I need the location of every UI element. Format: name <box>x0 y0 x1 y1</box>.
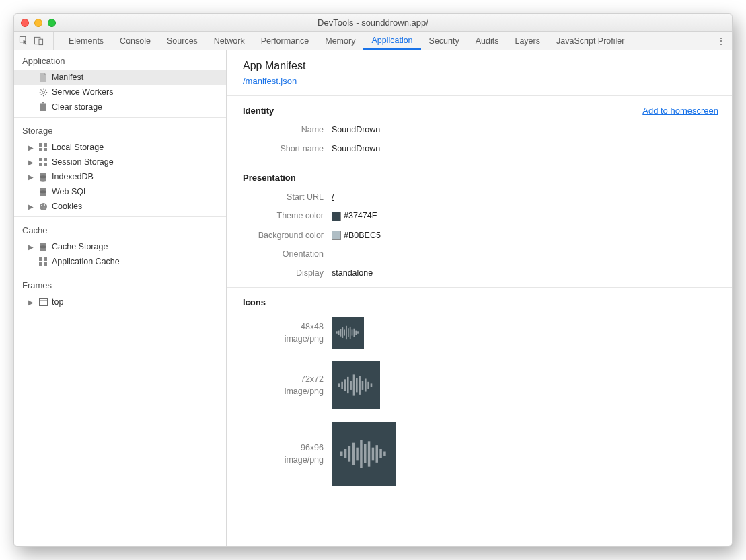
sidebar-item-label: Session Storage <box>52 157 114 167</box>
tab-network[interactable]: Network <box>206 32 253 50</box>
sidebar-item-local-storage[interactable]: ▶ Local Storage <box>14 140 226 155</box>
icon-row: 48x48 image/png <box>243 317 718 349</box>
manifest-panel: App Manifest /manifest.json Identity Add… <box>227 50 732 546</box>
sidebar-item-websql[interactable]: Web SQL <box>14 184 226 199</box>
svg-rect-66 <box>352 443 355 465</box>
label-name: Name <box>243 125 324 134</box>
svg-point-28 <box>41 205 42 206</box>
minimize-window-button[interactable] <box>34 19 42 27</box>
triangle-right-icon: ▶ <box>28 159 34 166</box>
icon-row: 72x72 image/png <box>243 361 718 409</box>
sidebar-item-manifest[interactable]: Manifest <box>14 70 226 85</box>
tab-layers[interactable]: Layers <box>507 32 548 50</box>
add-to-homescreen-link[interactable]: Add to homescreen <box>642 106 718 116</box>
icons-list: 48x48 image/png 72x72 <box>243 307 718 486</box>
icon-size: 72x72 <box>243 373 324 386</box>
sidebar-item-label: Cookies <box>52 202 82 211</box>
tab-elements[interactable]: Elements <box>61 32 112 50</box>
svg-rect-52 <box>341 382 343 389</box>
sidebar-item-application-cache[interactable]: Application Cache <box>14 254 226 269</box>
svg-point-29 <box>44 204 45 206</box>
device-toolbar-icon[interactable] <box>33 36 44 46</box>
trash-icon <box>38 102 48 112</box>
cookie-icon <box>38 202 48 211</box>
sidebar-item-indexeddb[interactable]: ▶ IndexedDB <box>14 169 226 184</box>
waveform-icon <box>338 373 373 397</box>
svg-rect-53 <box>344 380 346 391</box>
value-theme-color: #37474F <box>332 211 377 221</box>
sidebar-item-label: Local Storage <box>52 143 104 152</box>
more-options-icon[interactable]: ⋮ <box>714 32 728 50</box>
svg-rect-21 <box>39 163 42 166</box>
svg-rect-72 <box>376 446 379 463</box>
theme-color-swatch <box>332 212 341 221</box>
svg-rect-65 <box>348 446 351 462</box>
svg-rect-57 <box>356 378 358 393</box>
icon-mime: image/png <box>243 454 324 467</box>
waveform-icon <box>336 325 359 341</box>
manifest-path-link[interactable]: /manifest.json <box>243 76 297 86</box>
icon-mime: image/png <box>243 333 324 346</box>
storage-grid-icon <box>38 257 48 266</box>
svg-rect-13 <box>40 104 46 105</box>
svg-point-27 <box>40 203 47 210</box>
frame-icon <box>38 297 48 307</box>
svg-rect-73 <box>379 449 382 458</box>
svg-rect-69 <box>364 444 367 463</box>
svg-line-11 <box>45 89 46 90</box>
sidebar-item-label: IndexedDB <box>52 172 94 182</box>
app-icon-preview <box>332 317 364 349</box>
svg-line-9 <box>45 94 46 95</box>
tab-console[interactable]: Console <box>112 32 159 50</box>
database-icon <box>38 172 48 182</box>
tab-sources[interactable]: Sources <box>159 32 206 50</box>
value-start-url[interactable]: / <box>332 192 334 202</box>
sidebar-item-service-workers[interactable]: Service Workers <box>14 85 226 99</box>
bg-color-swatch <box>332 231 341 240</box>
svg-rect-45 <box>348 329 349 338</box>
label-display: Display <box>243 268 324 278</box>
svg-rect-64 <box>344 449 346 458</box>
icon-size: 48x48 <box>243 321 324 333</box>
triangle-right-icon: ▶ <box>28 173 34 181</box>
svg-rect-15 <box>39 143 42 147</box>
waveform-icon <box>340 438 387 470</box>
section-title-icons: Icons <box>243 297 718 307</box>
value-bg-color: #B0BEC5 <box>332 231 381 241</box>
tab-memory[interactable]: Memory <box>317 32 363 50</box>
svg-rect-43 <box>344 330 345 336</box>
sidebar-section-storage: Storage <box>14 120 226 140</box>
close-window-button[interactable] <box>21 19 29 27</box>
sidebar-item-cookies[interactable]: ▶ Cookies <box>14 199 226 214</box>
tab-performance[interactable]: Performance <box>253 32 318 50</box>
triangle-right-icon: ▶ <box>28 298 34 306</box>
svg-rect-59 <box>362 381 364 390</box>
sidebar-item-label: Application Cache <box>52 257 120 266</box>
sidebar-item-clear-storage[interactable]: Clear storage <box>14 99 226 114</box>
label-orientation: Orientation <box>243 249 324 259</box>
svg-rect-58 <box>359 376 361 395</box>
tab-javascript-profiler[interactable]: JavaScript Profiler <box>548 32 632 50</box>
icon-row: 96x96 image/png <box>243 422 718 486</box>
sidebar-item-session-storage[interactable]: ▶ Session Storage <box>14 155 226 169</box>
tab-security[interactable]: Security <box>421 32 468 50</box>
svg-rect-42 <box>342 327 344 338</box>
page-title: App Manifest <box>243 60 718 72</box>
tab-application[interactable]: Application <box>363 32 420 50</box>
sidebar-section-cache: Cache <box>14 220 226 239</box>
database-icon <box>38 242 48 251</box>
tab-audits[interactable]: Audits <box>468 32 507 50</box>
svg-rect-36 <box>44 262 47 266</box>
svg-rect-22 <box>44 163 47 166</box>
sidebar-section-frames: Frames <box>14 275 226 294</box>
inspect-element-icon[interactable] <box>18 36 29 46</box>
triangle-right-icon: ▶ <box>28 243 34 251</box>
label-short-name: Short name <box>243 144 324 153</box>
svg-point-24 <box>40 175 46 178</box>
document-icon <box>38 73 48 82</box>
zoom-window-button[interactable] <box>48 19 56 27</box>
sidebar-item-top-frame[interactable]: ▶ top <box>14 294 226 309</box>
svg-rect-41 <box>340 329 342 337</box>
sidebar-item-cache-storage[interactable]: ▶ Cache Storage <box>14 239 226 254</box>
svg-rect-39 <box>336 332 338 334</box>
